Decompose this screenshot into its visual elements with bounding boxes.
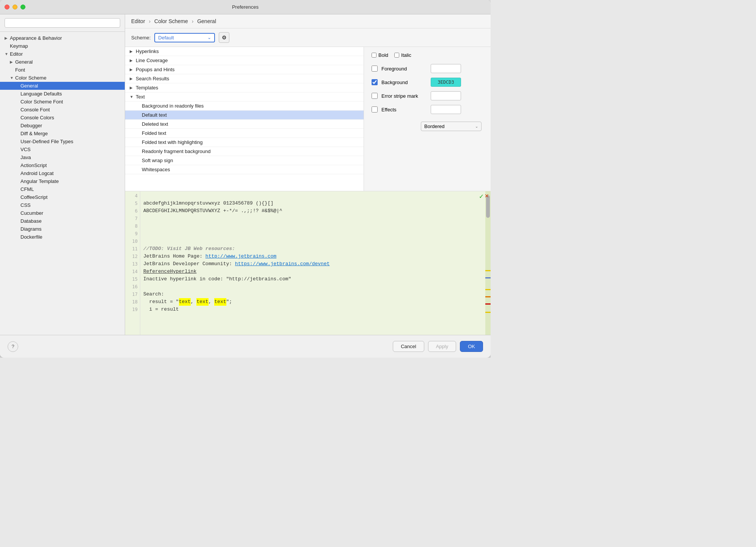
- sidebar-item-debugger[interactable]: Debugger: [0, 122, 125, 130]
- error-stripe-label: Error stripe mark: [381, 93, 427, 99]
- sidebar-item-actionscript[interactable]: ActionScript: [0, 161, 125, 169]
- help-button[interactable]: ?: [8, 341, 18, 352]
- sidebar-item-language-defaults[interactable]: Language Defaults: [0, 90, 125, 98]
- sidebar-item-label: Editor: [10, 51, 120, 57]
- italic-checkbox-label[interactable]: Italic: [394, 52, 411, 58]
- sidebar-item-diff-merge[interactable]: Diff & Merge: [0, 130, 125, 138]
- titlebar: Preferences: [0, 0, 491, 14]
- tree-item-search-results[interactable]: ▶ Search Results: [125, 74, 364, 83]
- sidebar-item-vcs[interactable]: VCS: [0, 145, 125, 153]
- sidebar-item-console-font[interactable]: Console Font: [0, 106, 125, 114]
- error-stripe-checkbox[interactable]: [372, 93, 378, 99]
- tree-item-soft-wrap[interactable]: Soft wrap sign: [125, 156, 364, 165]
- main-content: 🔍 ▶ Appearance & Behavior Keymap ▼: [0, 14, 491, 335]
- sidebar-item-database[interactable]: Database: [0, 217, 125, 225]
- close-button[interactable]: [5, 5, 9, 9]
- sidebar-item-label: Color Scheme Font: [20, 99, 120, 105]
- tree-item-label: Hyperlinks: [136, 48, 159, 54]
- sidebar-item-java[interactable]: Java: [0, 153, 125, 161]
- sidebar-item-editor[interactable]: ▼ Editor: [0, 50, 125, 58]
- scheme-label: Scheme:: [131, 35, 151, 41]
- bold-checkbox[interactable]: [372, 53, 376, 58]
- sidebar-item-cucumber[interactable]: Cucumber: [0, 209, 125, 217]
- sidebar-item-label: General: [20, 83, 120, 89]
- tree-item-folded-text[interactable]: Folded text: [125, 129, 364, 138]
- code-line-12: JetBrains Home Page: http://www.jetbrain…: [143, 253, 482, 260]
- preview-scrollbar[interactable]: [485, 191, 491, 335]
- breadcrumb-part-general: General: [197, 18, 216, 24]
- code-line-4: [143, 192, 482, 200]
- code-line-17: Search:: [143, 291, 482, 298]
- sidebar-item-android-logcat[interactable]: Android Logcat: [0, 169, 125, 177]
- traffic-lights: [5, 5, 25, 9]
- sidebar-item-general[interactable]: ▶ General: [0, 58, 125, 66]
- scrollbar-marker-yellow3: [485, 312, 491, 313]
- sidebar-item-css[interactable]: CSS: [0, 201, 125, 209]
- sidebar-item-user-defined[interactable]: User-Defined File Types: [0, 138, 125, 145]
- code-line-10: [143, 238, 482, 245]
- tree-item-text[interactable]: ▼ Text: [125, 92, 364, 102]
- tree-item-default-text[interactable]: Default text: [125, 111, 364, 120]
- tree-item-readonly-fragment[interactable]: Readonly fragment background: [125, 147, 364, 156]
- tree-expand-arrow: ▶: [130, 86, 136, 90]
- background-checkbox[interactable]: [372, 79, 378, 85]
- effects-dropdown[interactable]: Bordered ⌄: [421, 122, 482, 131]
- sidebar-item-keymap[interactable]: Keymap: [0, 42, 125, 50]
- sidebar-item-label: Angular Template: [20, 178, 120, 184]
- gutter-line: 4: [125, 192, 140, 200]
- sidebar-item-dockerfile[interactable]: Dockerfile: [0, 233, 125, 241]
- tree-expand-arrow: ▶: [130, 58, 136, 63]
- sidebar-item-color-scheme-font[interactable]: Color Scheme Font: [0, 98, 125, 106]
- tree-item-bg-readonly[interactable]: Background in readonly files: [125, 102, 364, 111]
- maximize-button[interactable]: [20, 5, 25, 9]
- sidebar-item-color-scheme[interactable]: ▼ Color Scheme: [0, 74, 125, 82]
- foreground-checkbox[interactable]: [372, 66, 378, 72]
- sidebar-item-cfml[interactable]: CFML: [0, 185, 125, 193]
- tree-item-label: Folded text: [142, 130, 166, 136]
- bold-checkbox-label[interactable]: Bold: [372, 52, 388, 58]
- scrollbar-marker-orange: [485, 296, 491, 297]
- code-line-14: ReferenceHyperlink: [143, 268, 482, 275]
- cancel-button[interactable]: Cancel: [393, 341, 424, 352]
- error-stripe-swatch[interactable]: [431, 91, 461, 100]
- gutter-line: 14: [125, 268, 140, 275]
- italic-checkbox[interactable]: [394, 53, 399, 58]
- sidebar-item-font[interactable]: Font: [0, 66, 125, 74]
- tree-item-deleted-text[interactable]: Deleted text: [125, 120, 364, 129]
- effects-checkbox[interactable]: [372, 106, 378, 113]
- tree-item-line-coverage[interactable]: ▶ Line Coverage: [125, 56, 364, 65]
- tree-item-popups-hints[interactable]: ▶ Popups and Hints: [125, 65, 364, 74]
- search-input[interactable]: [5, 18, 120, 28]
- apply-button[interactable]: Apply: [428, 341, 456, 352]
- effects-swatch[interactable]: [431, 105, 461, 114]
- foreground-swatch[interactable]: [431, 64, 461, 73]
- tree-item-folded-text-highlighting[interactable]: Folded text with highlighting: [125, 138, 364, 147]
- tree-item-hyperlinks[interactable]: ▶ Hyperlinks: [125, 47, 364, 56]
- sidebar-item-label: Debugger: [20, 123, 120, 128]
- gutter-line: 11: [125, 245, 140, 253]
- scheme-gear-button[interactable]: ⚙: [219, 32, 229, 43]
- minimize-button[interactable]: [13, 5, 17, 9]
- gutter-line: 18: [125, 298, 140, 306]
- scheme-select-dropdown[interactable]: Default ⌄: [154, 33, 215, 42]
- sidebar-item-coffeescript[interactable]: CoffeeScript: [0, 193, 125, 201]
- sidebar-item-appearance-behavior[interactable]: ▶ Appearance & Behavior: [0, 34, 125, 42]
- sidebar-item-label: Console Font: [20, 107, 120, 113]
- error-icon: ✕: [485, 193, 489, 199]
- gutter-line: 6: [125, 207, 140, 215]
- ok-button[interactable]: OK: [460, 341, 483, 352]
- gutter-line: 5: [125, 200, 140, 207]
- sidebar-item-diagrams[interactable]: Diagrams: [0, 225, 125, 233]
- tree-item-whitespaces[interactable]: Whitespaces: [125, 165, 364, 174]
- sidebar-item-label: User-Defined File Types: [20, 139, 120, 144]
- preview-code: abcdefghijklmnopqrstuvwxyz 0123456789 ()…: [140, 191, 485, 335]
- sidebar-item-label: Android Logcat: [20, 170, 120, 176]
- sidebar-item-angular-template[interactable]: Angular Template: [0, 177, 125, 185]
- sidebar-item-console-colors[interactable]: Console Colors: [0, 114, 125, 122]
- bottom-right-buttons: Cancel Apply OK: [393, 341, 483, 352]
- tree-item-templates[interactable]: ▶ Templates: [125, 83, 364, 92]
- sidebar-item-general-selected[interactable]: General: [0, 82, 125, 90]
- sidebar-item-label: Database: [20, 218, 120, 224]
- code-line-9: [143, 230, 482, 238]
- background-swatch[interactable]: 3EDCD3: [431, 78, 461, 87]
